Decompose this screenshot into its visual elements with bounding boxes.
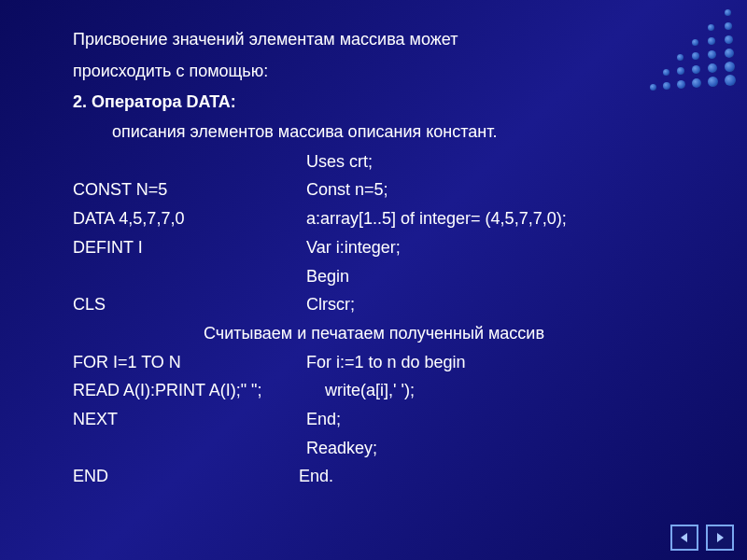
code-right: a:array[1..5] of integer= (4,5,7,7,0);	[306, 205, 682, 233]
code-right: For i:=1 to n do begin	[306, 349, 682, 377]
code-right: End;	[306, 406, 682, 434]
code-left: CLS	[73, 291, 306, 319]
code-left	[73, 263, 306, 291]
code-left: DEFINT I	[73, 234, 306, 262]
code-right: Const n=5;	[306, 176, 682, 204]
code-row: CLS Clrscr;	[73, 291, 682, 319]
code-left: CONST N=5	[73, 176, 306, 204]
code-row: DATA 4,5,7,7,0 a:array[1..5] of integer=…	[73, 205, 682, 233]
code-right: write(a[i],' ');	[325, 377, 682, 405]
code-left: NEXT	[73, 406, 306, 434]
code-row: DEFINT I Var i:integer;	[73, 234, 682, 262]
slide-content: Присвоение значений элементам массива мо…	[0, 0, 747, 510]
svg-marker-1	[717, 533, 724, 542]
code-row: READ A(I):PRINT A(I);" "; write(a[i],' '…	[73, 377, 682, 405]
comment-line: Считываем и печатаем полученный массив	[73, 320, 682, 348]
code-row: FOR I=1 TO N For i:=1 to n do begin	[73, 349, 682, 377]
code-row: Uses crt;	[73, 148, 682, 176]
code-left: FOR I=1 TO N	[73, 349, 306, 377]
code-row: CONST N=5 Const n=5;	[73, 176, 682, 204]
svg-marker-0	[681, 533, 687, 542]
prev-button[interactable]	[670, 525, 698, 551]
code-row: NEXT End;	[73, 406, 682, 434]
next-button[interactable]	[706, 525, 734, 551]
intro-line-1: Присвоение значений элементам массива мо…	[73, 26, 682, 54]
code-right: Var i:integer;	[306, 234, 682, 262]
arrow-left-icon	[678, 531, 691, 544]
nav-controls	[670, 525, 734, 551]
code-left	[73, 148, 306, 176]
code-right: Readkey;	[306, 435, 682, 463]
code-right: Clrscr;	[306, 291, 682, 319]
decorative-dots	[646, 7, 740, 101]
code-row: END End.	[73, 463, 682, 491]
intro-line-2: происходить с помощью:	[73, 58, 682, 86]
code-right: Uses crt;	[306, 148, 682, 176]
code-left: READ A(I):PRINT A(I);" ";	[73, 377, 325, 405]
code-left: DATA 4,5,7,7,0	[73, 205, 306, 233]
arrow-right-icon	[713, 531, 726, 544]
code-row: Readkey;	[73, 435, 682, 463]
description-row: описания элементов массива описания конс…	[73, 119, 682, 147]
code-row: Begin	[73, 263, 682, 291]
code-right: End.	[299, 463, 682, 491]
code-left	[73, 435, 306, 463]
code-left: END	[73, 463, 299, 491]
section-subtitle: 2. Оператора DATA:	[73, 89, 682, 117]
code-right: Begin	[306, 263, 682, 291]
